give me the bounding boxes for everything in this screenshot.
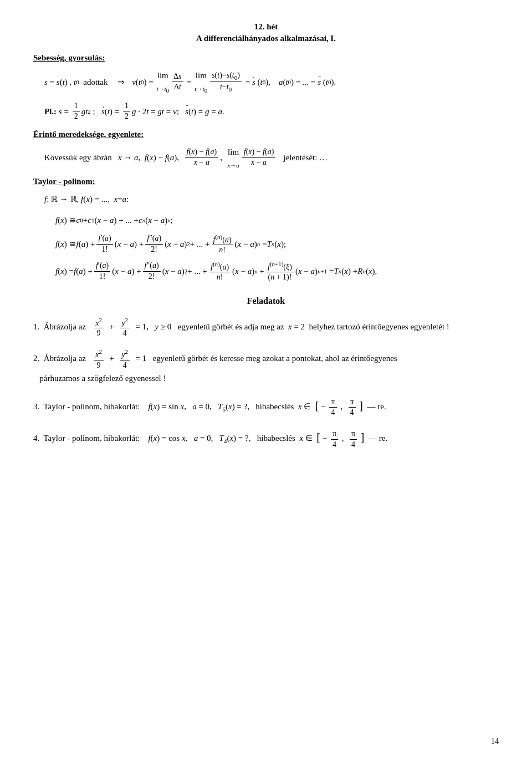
task-3-number: 3. Taylor - polinom, hibakorlát:: [33, 402, 146, 411]
section-érintő: Érintő meredeksége, egyenlete:: [33, 130, 499, 139]
formula-pl: Pl.: s = 1 2 gt2 ; s(t) = 1 2 g · 2t = g…: [44, 101, 499, 121]
task-3: 3. Taylor - polinom, hibakorlát: f(x) = …: [33, 395, 499, 418]
task-1: 1. Ábrázolja az x2 9 + y2 4 = 1, y ≥ 0 e…: [33, 316, 499, 339]
formula-sebesség: s = s(t) , t0 adottak ⇒ v(t0) = lim t→t0…: [44, 67, 499, 96]
formula-érintő: Kövessük egy ábrán x → a, f(x) − f(a), f…: [44, 144, 499, 171]
taylor-formula2: f(x) = f(a) + f′(a) 1! (x − a) + f″(a) 2…: [55, 260, 499, 283]
task-2: 2. Ábrázolja az x2 9 + y2 4 = 1 egyenlet…: [33, 348, 499, 387]
task-1-number: 1. Ábrázolja az: [33, 322, 90, 331]
task-2-number: 2. Ábrázolja az: [33, 354, 90, 363]
section-title: A differenciálhányados alkalmazásai, I.: [33, 34, 499, 43]
page-number: 14: [491, 737, 499, 746]
page-title: 12. hét: [33, 22, 499, 32]
task-4-number: 4. Taylor - polinom, hibakorlát:: [33, 434, 146, 443]
taylor-approx1: f(x) ≅ c0 + c1(x − a) + ... + cn(x − a)n…: [55, 212, 499, 228]
task-4: 4. Taylor - polinom, hibakorlát: f(x) = …: [33, 426, 499, 449]
feladatok-title: Feladatok: [33, 296, 499, 306]
taylor-def: f : ℝ → ℝ, f(x) = ..., x = a :: [44, 191, 499, 207]
section-taylor: Taylor - polinom:: [33, 177, 499, 186]
section-sebesség: Sebesség, gyorsulás:: [33, 53, 499, 63]
taylor-formula1: f(x) ≅ f(a) + f′(a) 1! (x − a) + f″(a) 2…: [55, 233, 499, 256]
